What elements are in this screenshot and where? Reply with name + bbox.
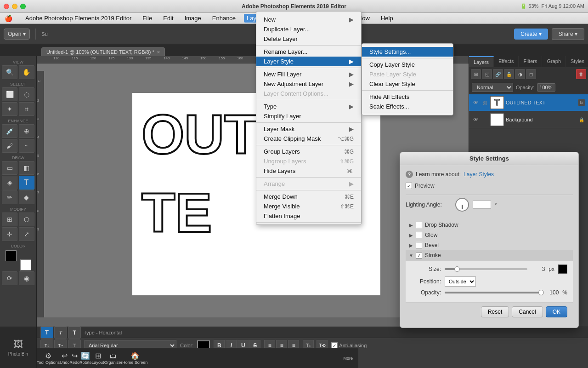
menu-new-adjustment-layer[interactable]: New Adjustment Layer ▶	[256, 79, 361, 89]
tab-filters[interactable]: Filters	[519, 56, 542, 67]
marquee-tool[interactable]: ⬜	[2, 87, 17, 101]
menu-enhance[interactable]: Enhance	[209, 14, 238, 23]
bevel-checkbox[interactable]	[416, 242, 422, 248]
pencil-tool[interactable]: ✏	[2, 190, 17, 204]
link-layers-button[interactable]: 🔗	[493, 69, 503, 79]
crop-tool[interactable]: ⌗	[19, 102, 34, 116]
menu-help[interactable]: Help	[378, 14, 396, 23]
bevel-expand[interactable]: ▶	[408, 242, 414, 248]
stroke-expand[interactable]: ▼	[408, 253, 414, 258]
hand-tool[interactable]: ✋	[19, 65, 34, 79]
stroke-effect-row[interactable]: ▼ Stroke	[406, 250, 573, 260]
layer-fx-badge[interactable]: fx	[578, 99, 585, 106]
submenu-scale-effects[interactable]: Scale Effects...	[362, 102, 453, 111]
italic-type-btn[interactable]: T	[54, 327, 67, 339]
new-layer-button[interactable]: ⊞	[471, 69, 481, 79]
stroke-opacity-slider[interactable]	[445, 292, 541, 293]
menu-merge-visible[interactable]: Merge Visible ⇧⌘E	[256, 201, 361, 211]
outline-type-btn[interactable]: T	[68, 327, 81, 339]
menu-app[interactable]: Adobe Photoshop Elements 2019 Editor	[23, 14, 134, 23]
stroke-color-swatch[interactable]	[558, 264, 567, 274]
group-layers-button[interactable]: ◱	[482, 69, 492, 79]
submenu-hide-all-effects[interactable]: Hide All Effects	[362, 92, 453, 102]
crop-straighten-tool[interactable]: ⤢	[19, 227, 34, 241]
ok-button[interactable]: OK	[546, 306, 567, 317]
tool-options-button[interactable]: ⚙ Tool Options	[37, 351, 60, 365]
menu-edit[interactable]: Edit	[160, 14, 176, 23]
glow-checkbox[interactable]	[416, 232, 422, 238]
layer-outlined-text[interactable]: 👁 ⛓ T OUTLINED TEXT fx	[469, 94, 588, 111]
submenu-style-settings[interactable]: Style Settings...	[362, 47, 453, 57]
menu-image[interactable]: Image	[182, 14, 204, 23]
document-tab[interactable]: Untitled-1 @ 100% (OUTLINED TEXT, RGB/8)…	[41, 47, 165, 56]
lasso-tool[interactable]: ◌	[19, 87, 34, 101]
menu-new[interactable]: New ▶	[256, 15, 361, 24]
mask-button[interactable]: ◻	[526, 69, 536, 79]
layer-visibility-bg[interactable]: 👁	[472, 115, 480, 124]
drop-shadow-expand[interactable]: ▶	[408, 222, 414, 228]
extra-tool-1[interactable]: ⟳	[2, 271, 17, 285]
menu-hide-layers[interactable]: Hide Layers ⌘,	[256, 166, 361, 176]
menu-group-layers[interactable]: Group Layers ⌘G	[256, 147, 361, 156]
menu-flatten-image[interactable]: Flatten Image	[256, 211, 361, 221]
menu-layer-style[interactable]: Layer Style ▶	[256, 57, 361, 66]
stroke-position-select[interactable]: Outside Inside Center	[445, 276, 476, 287]
blur-tool[interactable]: ~	[19, 139, 34, 153]
clone-tool[interactable]: ⊞	[2, 213, 17, 226]
home-screen-button[interactable]: 🏠 Home Screen	[122, 351, 147, 365]
tab-layers[interactable]: Layers	[469, 56, 494, 67]
paint-bucket-tool[interactable]: ◈	[2, 176, 17, 190]
menu-create-clipping-mask[interactable]: Create Clipping Mask ⌥⌘G	[256, 134, 361, 144]
cancel-button[interactable]: Cancel	[512, 306, 543, 317]
drop-shadow-checkbox[interactable]	[416, 222, 422, 228]
open-button[interactable]: Open ▾	[4, 29, 30, 40]
stroke-size-thumb[interactable]	[454, 266, 460, 272]
foreground-color-swatch[interactable]	[6, 250, 17, 261]
custom-shape-tool[interactable]: ◆	[19, 190, 34, 204]
extra-tool-2[interactable]: ◉	[19, 271, 34, 285]
organizer-button[interactable]: 🗂 Organizer	[104, 352, 123, 365]
layer-visibility-outlined[interactable]: 👁	[472, 98, 480, 107]
tab-styles[interactable]: Styles	[566, 56, 588, 67]
move-tool[interactable]: ✛	[2, 227, 17, 241]
glow-effect-row[interactable]: ▶ Glow	[406, 230, 573, 240]
close-button[interactable]	[4, 4, 9, 9]
menu-delete-layer[interactable]: Delete Layer	[256, 34, 361, 44]
undo-button[interactable]: ↩ Undo	[60, 351, 70, 365]
stroke-size-slider[interactable]	[445, 268, 527, 270]
menu-duplicate-layer[interactable]: Duplicate Layer...	[256, 24, 361, 34]
bevel-effect-row[interactable]: ▶ Bevel	[406, 240, 573, 250]
background-color-swatch[interactable]	[20, 259, 31, 270]
menu-new-fill-layer[interactable]: New Fill Layer ▶	[256, 69, 361, 79]
lock-button[interactable]: 🔒	[504, 69, 514, 79]
preview-checkbox[interactable]	[406, 183, 412, 189]
angle-input[interactable]: 90	[473, 201, 491, 209]
delete-layer-button[interactable]: 🗑	[576, 69, 586, 79]
drop-shadow-effect-row[interactable]: ▶ Drop Shadow	[406, 220, 573, 230]
maximize-button[interactable]	[20, 4, 26, 9]
stroke-opacity-thumb[interactable]	[538, 290, 544, 295]
create-button[interactable]: Create ▾	[514, 29, 548, 40]
submenu-copy-layer-style[interactable]: Copy Layer Style	[362, 60, 453, 69]
adjustment-button[interactable]: ◑	[515, 69, 525, 79]
layout-button[interactable]: ⊞ Layout	[92, 351, 104, 365]
horizontal-type-btn[interactable]: T	[40, 327, 53, 339]
brush-tool[interactable]: 🖌	[2, 139, 17, 153]
tab-graph[interactable]: Graph	[542, 56, 566, 67]
menu-type[interactable]: Type ▶	[256, 102, 361, 111]
blend-mode-select[interactable]: Normal Multiply Screen	[472, 83, 513, 92]
spot-heal-tool[interactable]: ⊕	[19, 124, 34, 138]
more-button[interactable]: More	[343, 356, 358, 361]
minimize-button[interactable]	[12, 4, 17, 9]
opacity-input[interactable]	[537, 83, 555, 92]
layer-styles-link[interactable]: Layer Styles	[464, 171, 494, 178]
menu-merge-down[interactable]: Merge Down ⌘E	[256, 192, 361, 201]
stroke-checkbox[interactable]	[416, 252, 422, 259]
tab-effects[interactable]: Effects	[494, 56, 519, 67]
eyedropper-tool[interactable]: 💉	[2, 124, 17, 138]
rotate-button[interactable]: 🔄 Rotate	[79, 351, 92, 365]
menu-rename-layer[interactable]: Rename Layer...	[256, 47, 361, 57]
eraser-tool[interactable]: ▭	[2, 161, 17, 175]
menu-simplify-layer[interactable]: Simplify Layer	[256, 111, 361, 121]
recompose-tool[interactable]: ⬡	[19, 213, 34, 226]
